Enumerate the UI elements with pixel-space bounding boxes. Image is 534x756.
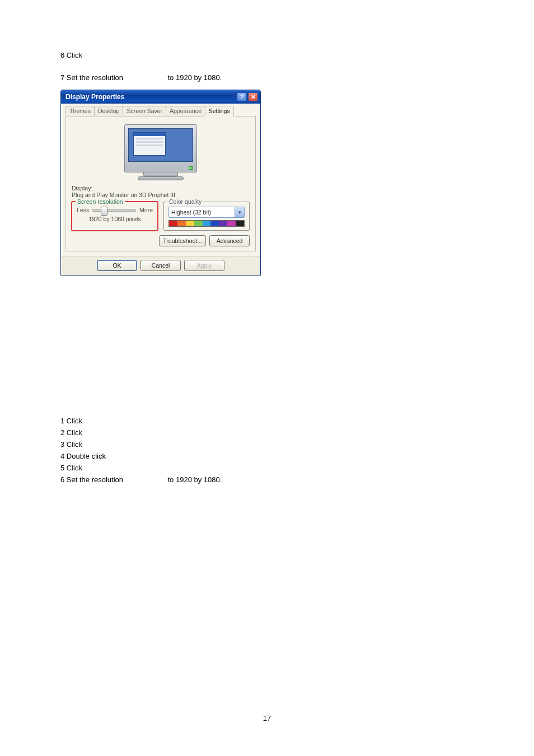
color-swatch — [203, 221, 211, 226]
color-swatch — [169, 221, 177, 226]
step-3: 3 Click — [60, 440, 472, 450]
resolution-readout: 1920 by 1080 pixels — [77, 216, 153, 222]
step-4: 4 Double click — [60, 451, 472, 461]
color-swatch — [177, 221, 186, 226]
monitor-preview — [119, 124, 203, 180]
color-swatch — [219, 221, 227, 226]
close-icon[interactable]: ✕ — [248, 92, 258, 101]
slider-less-label: Less — [77, 207, 89, 213]
page-number: 17 — [0, 714, 534, 722]
color-swatch — [227, 221, 236, 226]
step-2: 2 Click — [60, 428, 472, 438]
color-swatch — [236, 221, 244, 226]
dialog-title: Display Properties — [65, 93, 124, 101]
step-7-top-b: to 1920 by 1080. — [168, 73, 222, 82]
tab-themes[interactable]: Themes — [65, 106, 95, 116]
settings-pane: Display: Plug and Play Monitor on 3D Pro… — [65, 116, 256, 251]
step-6a: 6 Set the resolution — [60, 475, 123, 484]
apply-button[interactable]: Apply — [184, 260, 224, 271]
step-7-top: 7 Set the resolution to 1920 by 1080. — [60, 73, 472, 83]
tab-settings[interactable]: Settings — [205, 106, 234, 116]
screen-resolution-group: Screen resolution Less More 1920 by 1080… — [72, 202, 158, 231]
screen-resolution-label: Screen resolution — [76, 198, 125, 205]
step-5: 5 Click — [60, 463, 472, 473]
color-quality-label: Color quality — [167, 198, 203, 205]
cancel-button[interactable]: Cancel — [140, 260, 181, 271]
spacer — [60, 62, 472, 72]
step-6-top: 6 Click — [60, 50, 472, 60]
power-led-icon — [189, 166, 193, 170]
color-quality-value: Highest (32 bit) — [169, 209, 235, 216]
tab-bar: Themes Desktop Screen Saver Appearance S… — [65, 106, 256, 116]
titlebar[interactable]: Display Properties ? ✕ — [61, 90, 260, 104]
display-properties-dialog: Display Properties ? ✕ Themes Desktop Sc… — [60, 90, 261, 276]
help-icon[interactable]: ? — [237, 92, 247, 101]
step-6b: to 1920 by 1080. — [168, 475, 222, 484]
ok-button[interactable]: OK — [97, 260, 137, 271]
display-description: Plug and Play Monitor on 3D Prophet III — [72, 192, 250, 198]
display-label: Display: — [72, 185, 250, 192]
slider-thumb[interactable] — [101, 207, 107, 216]
troubleshoot-button[interactable]: Troubleshoot... — [159, 235, 206, 246]
step-6: 6 Set the resolution to 1920 by 1080. — [60, 475, 472, 485]
color-swatch — [186, 221, 194, 226]
color-swatch — [194, 221, 203, 226]
color-swatch — [210, 221, 219, 226]
tab-desktop[interactable]: Desktop — [94, 106, 124, 116]
chevron-down-icon[interactable]: ▾ — [235, 207, 244, 217]
step-1: 1 Click — [60, 416, 472, 426]
tab-appearance[interactable]: Appearance — [166, 106, 205, 116]
color-quality-dropdown[interactable]: Highest (32 bit) ▾ — [168, 207, 245, 218]
color-spectrum-strip — [168, 220, 245, 227]
tab-screensaver[interactable]: Screen Saver — [123, 106, 166, 116]
slider-more-label: More — [139, 207, 153, 213]
color-quality-group: Color quality Highest (32 bit) ▾ — [163, 202, 250, 231]
resolution-slider[interactable] — [92, 209, 136, 212]
step-7-top-a: 7 Set the resolution — [60, 73, 123, 82]
advanced-button[interactable]: Advanced — [209, 235, 250, 246]
